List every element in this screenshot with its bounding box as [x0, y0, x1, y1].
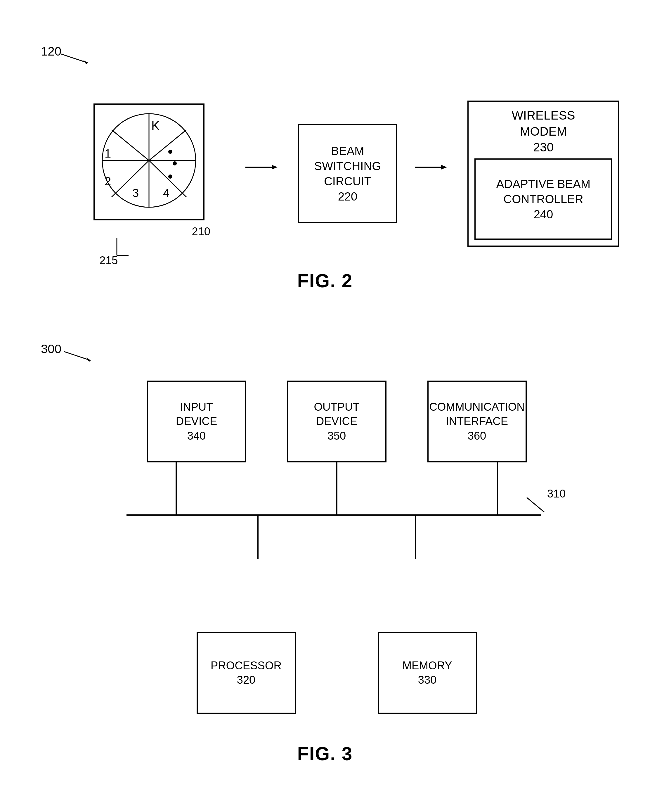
fig3-connections-svg: 310 [103, 462, 571, 638]
fig3-title: FIG. 3 [18, 743, 632, 765]
svg-line-10 [112, 130, 149, 160]
svg-text:1: 1 [105, 147, 111, 160]
communication-interface-box: COMMUNICATION INTERFACE 360 [428, 380, 527, 462]
fig2-section: 120 [41, 41, 632, 292]
beam-switching-line2: SWITCHING [314, 160, 381, 172]
antenna-array: K 1 2 3 4 210 [76, 104, 210, 244]
svg-marker-24 [441, 165, 447, 169]
comm-interface-line2: INTERFACE [446, 415, 508, 427]
svg-marker-1 [83, 60, 88, 64]
svg-line-0 [61, 54, 88, 63]
svg-point-18 [168, 174, 172, 179]
memory-box: MEMORY 330 [378, 632, 477, 714]
svg-line-4 [149, 130, 186, 160]
svg-text:4: 4 [163, 186, 169, 199]
svg-point-16 [168, 150, 172, 154]
top-row: INPUT DEVICE 340 OUTPUT DEVICE 350 COMMU… [103, 380, 571, 462]
fig2-ref-label: 120 [41, 44, 61, 58]
input-device-number: 340 [187, 430, 206, 442]
svg-line-8 [112, 160, 149, 197]
page: 120 [0, 0, 650, 812]
label-215: 215 [99, 254, 118, 267]
bottom-row: PROCESSOR 320 MEMORY 330 [103, 632, 571, 714]
beam-switching-box: BEAM SWITCHING CIRCUIT 220 [298, 124, 397, 223]
output-device-line1: OUTPUT [314, 401, 359, 413]
processor-box: PROCESSOR 320 [196, 632, 296, 714]
adaptive-beam-line2: CONTROLLER [503, 192, 583, 206]
wireless-modem-box: WIRELESS MODEM 230 ADAPTIVE BEAM CONTROL… [467, 101, 620, 247]
arrow-beam-wireless [415, 164, 450, 171]
processor-number: 320 [237, 674, 255, 686]
fig2-diagram: K 1 2 3 4 210 [76, 101, 632, 247]
arrow-antenna-beam [245, 164, 280, 171]
beam-switching-line1: BEAM [331, 144, 364, 157]
output-device-number: 350 [327, 430, 346, 442]
svg-line-25 [64, 352, 91, 360]
memory-line1: MEMORY [402, 659, 452, 672]
svg-text:2: 2 [105, 175, 111, 188]
svg-marker-26 [86, 357, 91, 362]
wireless-modem-title: WIRELESS MODEM 230 [511, 108, 575, 156]
fig3-section: 300 INPUT DEVICE 340 OUTPUT [41, 339, 632, 765]
fig3-diagram: INPUT DEVICE 340 OUTPUT DEVICE 350 COMMU… [103, 380, 571, 714]
comm-interface-number: 360 [468, 430, 486, 442]
label-210: 210 [192, 225, 210, 238]
svg-point-17 [173, 161, 177, 165]
memory-number: 330 [418, 674, 437, 686]
svg-text:K: K [151, 119, 160, 133]
label-120-arrow: 120 [41, 41, 99, 64]
fig2-title: FIG. 2 [18, 270, 632, 292]
output-device-line2: DEVICE [316, 415, 357, 427]
beam-switching-line3: CIRCUIT [324, 175, 371, 188]
bus-label-text: 310 [547, 488, 566, 500]
adaptive-beam-box: ADAPTIVE BEAM CONTROLLER 240 [475, 159, 612, 240]
beam-switching-number: 220 [338, 190, 358, 203]
input-device-line1: INPUT [180, 401, 213, 413]
svg-line-31 [527, 498, 544, 512]
label-300-arrow: 300 [41, 339, 99, 362]
output-device-box: OUTPUT DEVICE 350 [287, 380, 387, 462]
svg-marker-22 [272, 165, 277, 169]
processor-line1: PROCESSOR [211, 659, 282, 672]
comm-interface-line1: COMMUNICATION [429, 401, 525, 413]
input-device-box: INPUT DEVICE 340 [147, 380, 246, 462]
input-device-line2: DEVICE [176, 415, 217, 427]
antenna-svg: K 1 2 3 4 [96, 106, 202, 217]
adaptive-beam-line1: ADAPTIVE BEAM [496, 177, 591, 190]
fig3-ref-label: 300 [41, 342, 61, 356]
adaptive-beam-number: 240 [534, 208, 553, 221]
svg-text:3: 3 [132, 186, 139, 199]
connector-215-svg: 215 [99, 238, 158, 267]
